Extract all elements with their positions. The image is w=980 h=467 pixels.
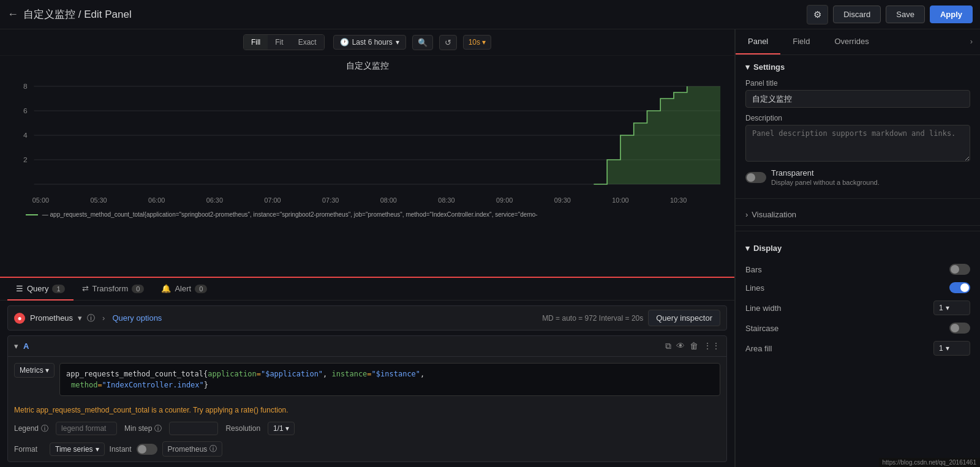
- exact-button[interactable]: Exact: [291, 35, 324, 50]
- metric-key2: instance: [332, 370, 368, 378]
- back-icon: ←: [7, 8, 18, 20]
- svg-text:6: 6: [23, 107, 28, 114]
- display-section-header[interactable]: ▾ Display: [745, 244, 970, 253]
- time-range-picker[interactable]: 🕐 Last 6 hours ▾: [333, 35, 406, 50]
- svg-text:05:00: 05:00: [32, 197, 49, 204]
- brace-close: }: [204, 381, 208, 389]
- metrics-label: Metrics ▾: [14, 363, 55, 378]
- time-chevron-icon: ▾: [396, 38, 399, 47]
- legend-format-input[interactable]: [56, 422, 117, 435]
- alert-tab-label: Alert: [175, 284, 191, 293]
- tab-panel[interactable]: Panel: [736, 29, 780, 54]
- tab-transform[interactable]: ⇄ Transform 0: [74, 278, 153, 301]
- min-step-label: Min step ⓘ: [124, 424, 162, 434]
- time-range-label: Last 6 hours: [352, 38, 393, 47]
- lines-row: Lines: [745, 278, 970, 297]
- tab-alert[interactable]: 🔔 Alert 0: [153, 278, 216, 301]
- panel-title-input[interactable]: [745, 90, 970, 108]
- prometheus-logo-icon: ●: [17, 314, 21, 323]
- clock-icon: 🕐: [340, 38, 349, 47]
- metrics-query-editor[interactable]: app_requests_method_count_total{applicat…: [59, 363, 720, 396]
- back-button[interactable]: ←: [7, 8, 18, 21]
- discard-button[interactable]: Discard: [833, 6, 881, 23]
- min-step-input[interactable]: [169, 422, 218, 435]
- right-panel-tabs: Panel Field Overrides ›: [736, 29, 980, 55]
- gear-icon: ⚙: [813, 9, 821, 20]
- area-fill-label: Area fill: [745, 344, 772, 353]
- delete-query-icon[interactable]: 🗑: [690, 341, 698, 351]
- interval-value: 10s: [469, 38, 480, 47]
- query-block-a: ▾ A ⧉ 👁 🗑 ⋮⋮ Metrics ▾: [7, 335, 727, 462]
- interval-chevron: ▾: [482, 38, 486, 47]
- metrics-row: Metrics ▾ app_requests_method_count_tota…: [14, 363, 720, 396]
- format-select[interactable]: Time series ▾: [50, 443, 105, 456]
- drag-handle-icon[interactable]: ⋮⋮: [703, 341, 720, 351]
- query-tab-icon: ☰: [16, 284, 23, 293]
- metric-val2: "$instance": [372, 370, 420, 378]
- instant-label: Instant: [110, 445, 132, 454]
- toggle-visibility-icon[interactable]: 👁: [676, 341, 685, 351]
- transparent-row: Transparent Display panel without a back…: [745, 168, 970, 186]
- tab-overrides[interactable]: Overrides: [822, 29, 881, 54]
- svg-text:07:30: 07:30: [322, 197, 339, 204]
- line-width-row: Line width 1 ▾: [745, 297, 970, 319]
- format-row: Format Time series ▾ Instant Prometheus …: [8, 439, 726, 461]
- legend-text: — app_requests_method_count_total{applic…: [42, 211, 538, 218]
- format-label: Format: [14, 445, 45, 454]
- tab-field[interactable]: Field: [780, 29, 822, 54]
- chart-legend: — app_requests_method_count_total{applic…: [7, 209, 727, 218]
- query-options-details: MD = auto = 972 Interval = 20s: [542, 314, 643, 323]
- datasource-info-icon[interactable]: ⓘ: [87, 313, 95, 324]
- left-panel: Fill Fit Exact 🕐 Last 6 hours ▾ 🔍 ↺ 10s …: [0, 29, 735, 467]
- visualization-section-header[interactable]: › Visualization: [736, 204, 980, 226]
- fit-button[interactable]: Fit: [268, 35, 290, 50]
- area-fill-select[interactable]: 1 ▾: [933, 341, 970, 356]
- prometheus-badge: Prometheus ⓘ: [162, 441, 223, 457]
- fill-button[interactable]: Fill: [244, 35, 268, 50]
- line-width-select[interactable]: 1 ▾: [933, 301, 970, 315]
- transform-tab-label: Transform: [92, 284, 129, 293]
- panel-expand-arrow[interactable]: ›: [963, 29, 980, 54]
- zoom-button[interactable]: 🔍: [412, 35, 433, 50]
- section-divider-1: [736, 198, 980, 199]
- settings-button[interactable]: ⚙: [807, 5, 828, 24]
- staircase-toggle[interactable]: [949, 323, 970, 334]
- transparent-toggle[interactable]: [745, 172, 766, 183]
- tab-query[interactable]: ☰ Query 1: [7, 278, 74, 301]
- query-options-link[interactable]: Query options: [112, 313, 537, 323]
- query-inspector-button[interactable]: Query inspector: [648, 310, 720, 326]
- query-block-header: ▾ A ⧉ 👁 🗑 ⋮⋮: [8, 336, 726, 357]
- collapse-icon[interactable]: ▾: [14, 342, 18, 351]
- lines-toggle[interactable]: [949, 282, 970, 293]
- staircase-label: Staircase: [745, 324, 778, 333]
- topbar: ← 自定义监控 / Edit Panel ⚙ Discard Save Appl…: [0, 0, 980, 29]
- refresh-button[interactable]: ↺: [439, 35, 457, 50]
- metrics-dropdown[interactable]: Metrics ▾: [14, 363, 55, 378]
- bars-toggle[interactable]: [949, 264, 970, 275]
- datasource-bar: ● Prometheus ▾ ⓘ › Query options MD = au…: [7, 305, 727, 331]
- save-button[interactable]: Save: [886, 6, 925, 23]
- instant-toggle[interactable]: [137, 444, 157, 455]
- transparent-label: Transparent: [771, 168, 880, 177]
- description-textarea[interactable]: [745, 125, 970, 162]
- svg-text:10:00: 10:00: [612, 197, 628, 204]
- transform-tab-badge: 0: [132, 285, 144, 293]
- settings-section-header[interactable]: ▾ Settings: [745, 62, 970, 72]
- svg-text:06:30: 06:30: [206, 197, 223, 204]
- query-options-row: Legend ⓘ Min step ⓘ Resolution 1/1 ▾: [8, 418, 726, 439]
- description-label: Description: [745, 114, 970, 122]
- staircase-row: Staircase: [745, 319, 970, 337]
- resolution-select[interactable]: 1/1 ▾: [268, 422, 295, 435]
- query-block-actions: ⧉ 👁 🗑 ⋮⋮: [665, 341, 720, 351]
- svg-text:06:00: 06:00: [148, 197, 165, 204]
- transform-tab-icon: ⇄: [82, 284, 89, 293]
- legend-option-label: Legend ⓘ: [14, 424, 48, 434]
- interval-selector[interactable]: 10s ▾: [463, 35, 491, 50]
- settings-chevron-icon: ▾: [745, 62, 750, 72]
- resolution-label: Resolution: [225, 424, 260, 433]
- datasource-chevron-icon: ▾: [78, 313, 82, 323]
- right-panel: Panel Field Overrides › ▾ Settings Panel…: [735, 29, 980, 467]
- footer-link: https://blog.csdn.net/qq_20161461: [879, 458, 980, 467]
- apply-button[interactable]: Apply: [930, 6, 973, 23]
- copy-query-icon[interactable]: ⧉: [665, 341, 671, 351]
